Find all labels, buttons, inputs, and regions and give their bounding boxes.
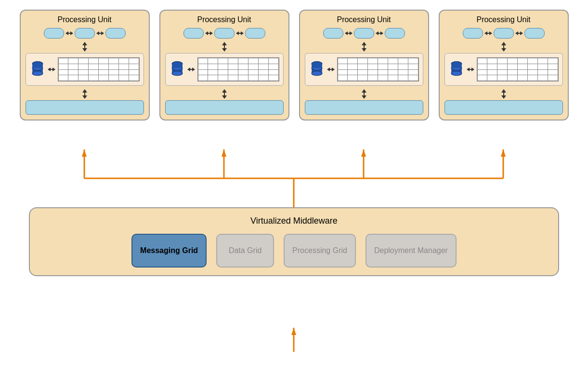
middleware-components: Messaging Grid Data Grid Processing Grid… bbox=[39, 234, 549, 268]
svg-rect-19 bbox=[451, 64, 462, 68]
svg-rect-9 bbox=[172, 64, 183, 68]
arrow-4a bbox=[485, 33, 492, 34]
db-arrow-2 bbox=[188, 69, 195, 70]
svg-marker-28 bbox=[501, 149, 506, 157]
db-arrow-3 bbox=[327, 69, 334, 70]
cpu-chip-4b bbox=[494, 28, 514, 39]
vert-arrow-down-2 bbox=[165, 90, 284, 98]
grid-cells-4 bbox=[477, 58, 558, 81]
svg-point-7 bbox=[172, 71, 183, 76]
grid-table-2 bbox=[197, 57, 279, 81]
messaging-grid-component[interactable]: Messaging Grid bbox=[131, 234, 207, 268]
middleware-title: Virtualized Middleware bbox=[39, 216, 549, 226]
cpu-chip-2b bbox=[214, 28, 235, 39]
svg-point-2 bbox=[32, 71, 43, 76]
cpu-chips-row-3 bbox=[305, 28, 423, 39]
svg-marker-26 bbox=[361, 149, 366, 157]
diagram-container: Processing Unit bbox=[0, 0, 588, 375]
svg-marker-31 bbox=[291, 328, 296, 335]
vert-double-down-2 bbox=[224, 90, 225, 98]
deployment-manager-component[interactable]: Deployment Manager bbox=[366, 234, 457, 268]
vert-arrow-down-3 bbox=[305, 90, 423, 98]
data-grid-label: Data Grid bbox=[229, 246, 261, 255]
svg-point-17 bbox=[451, 71, 462, 76]
processing-unit-2: Processing Unit bbox=[159, 10, 289, 121]
grid-table-4 bbox=[477, 57, 559, 81]
cpu-chip-1b bbox=[75, 28, 95, 39]
vert-double-4 bbox=[503, 42, 504, 51]
processing-units-row: Processing Unit bbox=[0, 0, 588, 130]
deployment-manager-label: Deployment Manager bbox=[374, 246, 448, 255]
cpu-chip-2a bbox=[183, 28, 204, 39]
arrow-2a bbox=[206, 33, 212, 34]
inner-box-1 bbox=[26, 53, 144, 86]
processing-grid-label: Processing Grid bbox=[292, 246, 347, 255]
arrow-1a bbox=[66, 33, 73, 34]
svg-rect-4 bbox=[32, 64, 43, 68]
database-icon-1 bbox=[30, 60, 45, 79]
cpu-chip-4c bbox=[524, 28, 545, 39]
inner-box-3 bbox=[305, 53, 423, 86]
inner-box-4 bbox=[444, 53, 563, 86]
svg-marker-24 bbox=[222, 149, 226, 157]
processing-unit-3: Processing Unit bbox=[299, 10, 429, 121]
grid-cells-1 bbox=[58, 58, 139, 81]
pu-title-3: Processing Unit bbox=[305, 15, 423, 24]
arrow-4b bbox=[516, 33, 523, 34]
database-icon-2 bbox=[170, 60, 185, 79]
cpu-chips-row-2 bbox=[165, 28, 284, 39]
inner-box-2 bbox=[165, 53, 284, 86]
network-bar-4 bbox=[444, 100, 563, 115]
cpu-chips-row-4 bbox=[444, 28, 563, 39]
vert-double-down-4 bbox=[503, 90, 504, 98]
cpu-chip-1c bbox=[105, 28, 126, 39]
arrow-3a bbox=[345, 33, 352, 34]
db-arrow-1 bbox=[48, 69, 55, 70]
messaging-grid-label: Messaging Grid bbox=[140, 246, 198, 255]
pu-title-4: Processing Unit bbox=[444, 15, 563, 24]
cpu-chip-3b bbox=[354, 28, 374, 39]
processing-grid-component[interactable]: Processing Grid bbox=[284, 234, 356, 268]
cpu-chips-row-1 bbox=[26, 28, 144, 39]
vert-double-3 bbox=[364, 42, 365, 51]
vert-arrow-down-1 bbox=[26, 90, 144, 98]
database-icon-4 bbox=[449, 60, 464, 79]
arrow-1b bbox=[97, 33, 104, 34]
pu-title-1: Processing Unit bbox=[26, 15, 144, 24]
vert-double-down-1 bbox=[84, 90, 85, 98]
data-grid-component[interactable]: Data Grid bbox=[216, 234, 274, 268]
grid-table-1 bbox=[58, 57, 140, 81]
vert-double-down-3 bbox=[364, 90, 365, 98]
vert-arrow-1 bbox=[26, 42, 144, 51]
network-bar-2 bbox=[165, 100, 284, 115]
vert-arrow-down-4 bbox=[444, 90, 563, 98]
svg-point-12 bbox=[312, 71, 322, 76]
arrow-2b bbox=[236, 33, 243, 34]
processing-unit-1: Processing Unit bbox=[20, 10, 150, 121]
pu-title-2: Processing Unit bbox=[165, 15, 284, 24]
vert-arrow-4 bbox=[444, 42, 563, 51]
db-arrow-4 bbox=[467, 69, 474, 70]
vert-double-2 bbox=[224, 42, 225, 51]
svg-rect-14 bbox=[312, 64, 322, 68]
processing-unit-4: Processing Unit bbox=[439, 10, 569, 121]
grid-table-3 bbox=[337, 57, 419, 81]
cpu-chip-3a bbox=[323, 28, 343, 39]
vert-double-1 bbox=[84, 42, 85, 51]
database-icon-3 bbox=[309, 60, 325, 79]
grid-cells-3 bbox=[338, 58, 418, 81]
cpu-chip-1a bbox=[44, 28, 64, 39]
svg-marker-22 bbox=[82, 149, 87, 157]
cpu-chip-2c bbox=[245, 28, 265, 39]
arrow-3b bbox=[376, 33, 383, 34]
cpu-chip-3c bbox=[385, 28, 405, 39]
vert-arrow-2 bbox=[165, 42, 284, 51]
cpu-chip-4a bbox=[463, 28, 483, 39]
middleware-box: Virtualized Middleware Messaging Grid Da… bbox=[29, 207, 559, 276]
network-bar-1 bbox=[26, 100, 144, 115]
network-bar-3 bbox=[305, 100, 423, 115]
vert-arrow-3 bbox=[305, 42, 423, 51]
grid-cells-2 bbox=[198, 58, 279, 81]
